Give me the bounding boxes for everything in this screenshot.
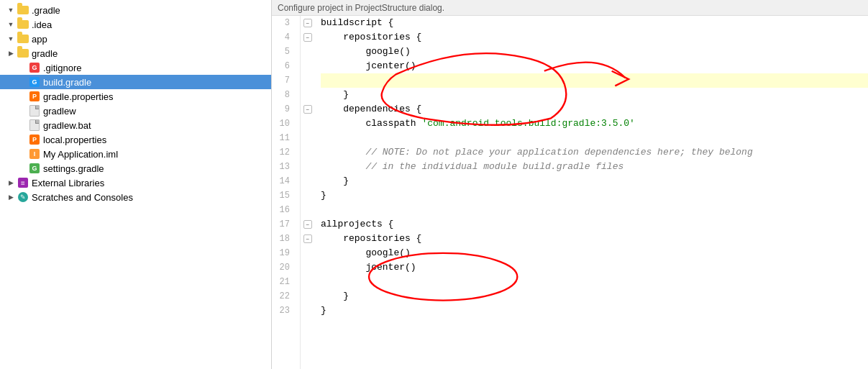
fold-icon-9[interactable]: − (303, 105, 312, 114)
code-line-10: classpath 'com.android.tools.build:gradl… (321, 117, 868, 131)
fold-icon-18[interactable]: − (303, 234, 312, 243)
fold-gutter-4[interactable]: − (301, 30, 315, 45)
sidebar-item-gradle-props[interactable]: gradle.properties (0, 89, 271, 104)
fold-gutter-18[interactable]: − (301, 232, 315, 246)
line-number-10: 10 (272, 117, 294, 131)
item-label-local-props: local.properties (43, 135, 106, 145)
line-number-22: 22 (272, 289, 294, 304)
item-label-build-gradle: build.gradle (43, 77, 91, 88)
code-line-23: } (321, 304, 868, 318)
line-number-17: 17 (272, 217, 294, 232)
fold-gutter-21 (301, 275, 315, 289)
code-line-15: } (321, 188, 868, 203)
sidebar-item-my-app-iml[interactable]: My Application.iml (0, 147, 271, 161)
sidebar-item-gradlew-bat[interactable]: gradlew.bat (0, 118, 271, 132)
fold-gutter-23 (301, 304, 315, 318)
code-lines: buildscript { repositories { google() jc… (315, 16, 868, 369)
icon-folder (17, 47, 29, 59)
code-line-5: google() (321, 45, 868, 59)
code-line-14: } (321, 174, 868, 188)
sidebar-item-settings-gradle[interactable]: settings.gradle (0, 161, 271, 176)
line-number-18: 18 (272, 232, 294, 246)
icon-file (29, 119, 40, 131)
tree-toggle-idea-folder[interactable]: ▼ (6, 19, 16, 29)
icon-extlib (17, 177, 29, 188)
item-label-gradlew: gradlew (43, 106, 76, 117)
line-number-19: 19 (272, 246, 294, 260)
icon-gradle (29, 163, 40, 174)
item-label-gradle-props: gradle.properties (43, 91, 114, 102)
sidebar-item-gradle-folder[interactable]: ▼.gradle (0, 3, 271, 17)
line-number-15: 15 (272, 188, 294, 203)
tree-toggle-external-libs[interactable]: ▶ (6, 178, 16, 188)
fold-gutter-5 (301, 45, 315, 59)
sidebar-item-app-folder[interactable]: ▼app (0, 32, 271, 46)
icon-folder (17, 33, 29, 45)
fold-icon-4[interactable]: − (303, 33, 312, 42)
code-line-9: dependencies { (321, 102, 868, 117)
fold-gutter-7 (301, 73, 315, 88)
code-line-12: // NOTE: Do not place your application d… (321, 145, 868, 160)
line-numbers: 34567891011121314151617181920212223 (272, 16, 301, 369)
sidebar-item-gradlew[interactable]: gradlew (0, 104, 271, 118)
line-number-3: 3 (272, 16, 294, 30)
fold-gutter-17[interactable]: − (301, 217, 315, 232)
code-line-19: google() (321, 246, 868, 260)
sidebar-item-local-props[interactable]: local.properties (0, 132, 271, 147)
code-line-18: repositories { (321, 232, 868, 246)
tree-toggle-gradle-folder[interactable]: ▼ (6, 5, 16, 15)
fold-gutter-9[interactable]: − (301, 102, 315, 117)
tree-toggle-app-folder[interactable]: ▼ (6, 34, 16, 44)
fold-gutter-3[interactable]: − (301, 16, 315, 30)
code-line-16 (321, 203, 868, 217)
icon-folder (17, 19, 29, 30)
fold-gutter-10 (301, 117, 315, 131)
line-number-16: 16 (272, 203, 294, 217)
sidebar-item-build-gradle[interactable]: build.gradle (0, 75, 271, 89)
sidebar-item-gradle-folder2[interactable]: ▶gradle (0, 46, 271, 60)
icon-folder (17, 4, 29, 16)
item-label-idea-folder: .idea (32, 19, 52, 30)
line-number-23: 23 (272, 304, 294, 318)
sidebar-item-external-libs[interactable]: ▶External Libraries (0, 176, 271, 190)
item-label-scratches: Scratches and Consoles (32, 192, 133, 203)
tree-toggle-gradle-folder2[interactable]: ▶ (6, 48, 16, 58)
code-line-13: // in the individual module build.gradle… (321, 160, 868, 174)
sidebar-item-gitignore[interactable]: .gitignore (0, 60, 271, 75)
icon-git (29, 62, 40, 73)
fold-gutter-16 (301, 203, 315, 217)
item-label-gradle-folder: .gradle (32, 5, 60, 16)
icon-props (29, 134, 40, 145)
code-line-17: allprojects { (321, 217, 868, 232)
line-number-5: 5 (272, 45, 294, 59)
code-line-20: jcenter() (321, 260, 868, 275)
line-number-20: 20 (272, 260, 294, 275)
code-editor: Configure project in ProjectStructure di… (272, 0, 868, 369)
editor-header: Configure project in ProjectStructure di… (272, 0, 868, 16)
fold-gutter-15 (301, 188, 315, 203)
code-line-11 (321, 131, 868, 145)
tree-toggle-scratches[interactable]: ▶ (6, 192, 16, 202)
fold-gutter-13 (301, 160, 315, 174)
line-number-11: 11 (272, 131, 294, 145)
code-line-8: } (321, 88, 868, 102)
item-label-gradle-folder2: gradle (32, 48, 58, 59)
code-line-21 (321, 275, 868, 289)
sidebar-item-scratches[interactable]: ▶Scratches and Consoles (0, 190, 271, 204)
code-line-3: buildscript { (321, 16, 868, 30)
fold-gutter-19 (301, 246, 315, 260)
icon-buildgradle (29, 76, 40, 88)
sidebar-item-idea-folder[interactable]: ▼.idea (0, 17, 271, 32)
fold-icon-3[interactable]: − (303, 19, 312, 27)
line-number-14: 14 (272, 174, 294, 188)
icon-scratch (17, 191, 29, 203)
code-line-22: } (321, 289, 868, 304)
editor-content[interactable]: 34567891011121314151617181920212223 −−−−… (272, 16, 868, 369)
header-text: Configure project in ProjectStructure di… (278, 3, 444, 13)
line-number-4: 4 (272, 30, 294, 45)
code-line-7 (321, 73, 868, 88)
fold-icon-17[interactable]: − (303, 220, 312, 229)
item-label-external-libs: External Libraries (32, 178, 104, 188)
line-number-13: 13 (272, 160, 294, 174)
file-tree[interactable]: ▼.gradle▼.idea▼app▶gradle.gitignorebuild… (0, 0, 272, 369)
